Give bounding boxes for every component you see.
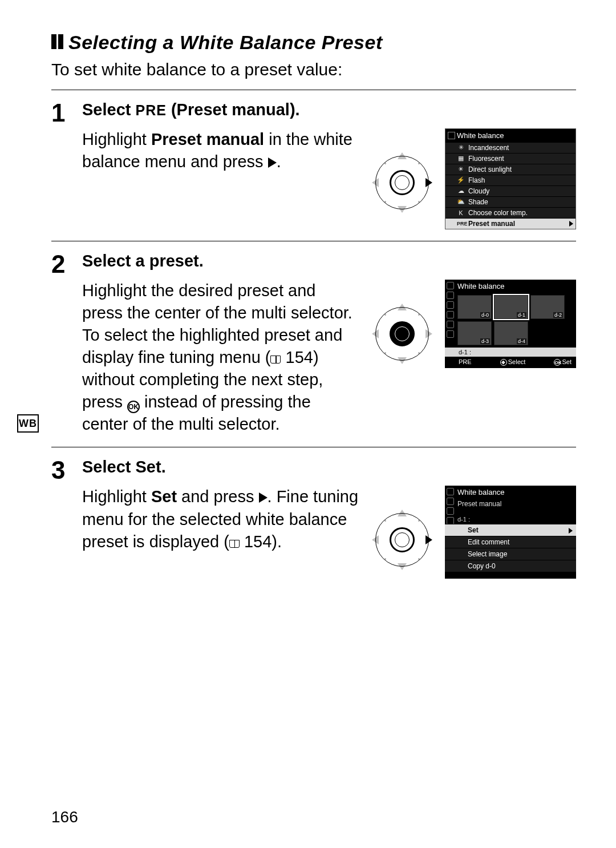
lcd1-item: ☀Direct sunlight <box>445 164 576 175</box>
lcd1-item: KChoose color temp. <box>445 207 576 218</box>
lcd2-thumb: d-1 <box>494 295 528 319</box>
step-2-heading: Select a preset. <box>82 252 576 270</box>
intro-text: To set white balance to a preset value: <box>51 58 576 82</box>
step-2-text: Highlight the desired preset and press t… <box>82 280 359 436</box>
lcd3-option: Edit comment <box>445 536 576 548</box>
lcd1-title: White balance <box>445 129 576 142</box>
lcd3-title: White balance <box>445 486 576 499</box>
step-number: 1 <box>51 100 74 126</box>
step-3-heading: Select Set. <box>82 458 576 477</box>
lcd3-label: d-1 : <box>445 515 576 524</box>
lcd2-title: White balance <box>445 280 576 293</box>
step-3-text: Highlight Set and press . Fine tuning me… <box>82 486 359 552</box>
section-title: Selecting a White Balance Preset <box>51 31 576 54</box>
lcd2-foot-right: OKSet <box>554 358 572 366</box>
lcd2-thumb: d-0 <box>457 295 492 319</box>
lcd1-item: ▦Fluorescent <box>445 153 576 164</box>
lcd1-item-highlight: PREPreset manual <box>445 218 576 229</box>
right-arrow-icon <box>259 492 268 503</box>
lcd2-foot-mid: ✥Select <box>500 358 526 366</box>
step-2: 2 Select a preset. Highlight the desired… <box>51 241 576 447</box>
right-arrow-icon <box>268 158 277 168</box>
lcd-wb-menu: White balance ✳Incandescent▦Fluorescent☀… <box>445 128 576 229</box>
multi-selector-right-icon <box>371 508 433 571</box>
heading-bars-icon <box>51 31 65 54</box>
lcd1-item: ☁Cloudy <box>445 185 576 196</box>
lcd3-option: Set <box>445 524 576 536</box>
ok-button-icon: OK <box>127 401 140 413</box>
lcd1-item: ⛅Shade <box>445 196 576 207</box>
step-1-text: Highlight Preset manual in the white bal… <box>82 128 359 173</box>
lcd-set-menu: White balance Preset manual d-1 : SetEdi… <box>445 486 576 579</box>
lcd3-sub: Preset manual <box>445 499 576 509</box>
lcd3-option: Select image <box>445 548 576 560</box>
step-1: 1 Select PRE (Preset manual). Highlight … <box>51 90 576 241</box>
step-1-heading: Select PRE (Preset manual). <box>82 100 576 119</box>
page-number: 166 <box>51 808 78 826</box>
section-title-text: Selecting a White Balance Preset <box>68 31 383 53</box>
lcd2-info: d-1 : <box>445 348 576 357</box>
lcd1-item: ✳Incandescent <box>445 142 576 153</box>
wb-side-tab: WB <box>17 414 39 433</box>
step-number: 3 <box>51 458 74 483</box>
lcd2-thumb: d-2 <box>530 295 565 319</box>
multi-selector-center-icon <box>371 302 433 365</box>
lcd1-item: ⚡Flash <box>445 175 576 185</box>
step-number: 2 <box>51 252 74 277</box>
page-ref-icon <box>229 540 240 548</box>
lcd2-thumb: d-4 <box>494 321 528 345</box>
page-ref-icon <box>270 356 281 364</box>
lcd3-option: Copy d-0 <box>445 560 576 572</box>
lcd-preset-grid: White balance d-0d-1d-2d-3d-4 d-1 : PRE … <box>445 280 576 368</box>
step-3: 3 Select Set. Highlight Set and press . … <box>51 447 576 590</box>
lcd2-thumb: d-3 <box>457 321 492 345</box>
multi-selector-right-icon <box>371 151 433 214</box>
lcd2-foot-left: PRE <box>459 358 472 366</box>
